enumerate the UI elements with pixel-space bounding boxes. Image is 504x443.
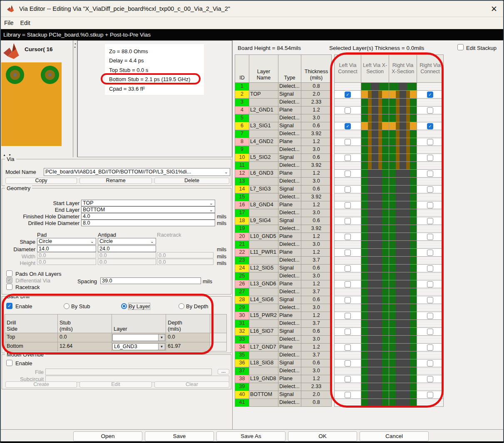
stackup-row[interactable]: 20L10_GND5Plane1.2 (235, 233, 444, 241)
back-drill-enable-checkbox[interactable] (6, 303, 12, 309)
stackup-row[interactable]: 7Dielect...3.92 (235, 130, 444, 138)
right-connect-checkbox[interactable] (427, 186, 433, 193)
pad-diameter-field[interactable]: 14.0 (37, 245, 96, 252)
stackup-row[interactable]: 16L8_GND4Plane1.2 (235, 201, 444, 209)
pane-splitter[interactable]: ◂▸ (73, 40, 77, 157)
antipad-diameter-field[interactable]: 24.0 (98, 245, 156, 252)
combo-arrow-icon[interactable]: ▼ (158, 344, 165, 350)
stackup-row[interactable]: 3Dielect...2.33 (235, 99, 444, 106)
right-connect-checkbox[interactable] (427, 329, 433, 335)
racetrack-height-field[interactable]: 0.0 (157, 259, 214, 265)
left-connect-checkbox[interactable] (345, 265, 351, 272)
stackup-row[interactable]: 23Dielect...3.7 (235, 257, 444, 265)
finished-hole-field[interactable]: 4.0 (81, 213, 215, 220)
stackup-row[interactable]: 29Dielect...3.0 (235, 304, 444, 312)
bd-depth-cell[interactable]: 0.0 (166, 333, 210, 342)
stackup-row[interactable]: 18L9_SIG4Signal0.6 (235, 217, 444, 225)
menu-file[interactable]: File (4, 20, 14, 26)
stackup-row[interactable]: 5Dielect...3.0 (235, 114, 444, 122)
right-connect-checkbox[interactable] (427, 218, 433, 224)
left-connect-checkbox[interactable] (345, 329, 351, 335)
left-connect-checkbox[interactable] (345, 281, 351, 287)
stackup-row[interactable]: 27Dielect...3.7 (235, 288, 444, 296)
left-connect-checkbox[interactable] (345, 313, 351, 319)
bd-stub-cell[interactable]: 0.0 (58, 333, 112, 342)
left-connect-checkbox[interactable] (345, 360, 351, 366)
radio-by-stub[interactable] (64, 303, 70, 309)
left-connect-checkbox[interactable] (345, 234, 351, 240)
stackup-row[interactable]: 24L12_SIG5Signal0.6 (235, 265, 444, 272)
stackup-row[interactable]: 37Dielect...3.0 (235, 367, 444, 375)
right-connect-checkbox[interactable] (427, 139, 433, 145)
stackup-row[interactable]: 40BOTTOMSignal2.0 (235, 391, 444, 399)
menu-edit[interactable]: Edit (20, 20, 30, 26)
stackup-row[interactable]: 12L6_GND3Plane1.2 (235, 170, 444, 178)
left-connect-checkbox[interactable] (345, 392, 351, 398)
radio-by-layer[interactable] (121, 303, 127, 309)
stackup-row[interactable]: 25Dielect...3.0 (235, 272, 444, 280)
stackup-row[interactable]: 41Dielect...0.8 (235, 399, 444, 407)
file-field[interactable] (45, 369, 212, 375)
right-connect-checkbox[interactable] (427, 392, 433, 398)
right-connect-checkbox[interactable] (427, 92, 433, 98)
start-layer-combo[interactable]: TOP ⌄ (81, 200, 215, 206)
right-connect-checkbox[interactable] (427, 123, 433, 129)
stackup-row[interactable]: 32L16_SIG7Signal0.6 (235, 328, 444, 336)
open-button[interactable]: Open (73, 431, 142, 441)
stackup-row[interactable]: 2TOPSignal2.0 (235, 91, 444, 99)
right-connect-checkbox[interactable] (427, 313, 433, 319)
model-override-enable-checkbox[interactable] (6, 360, 12, 366)
stackup-row[interactable]: 33Dielect...3.0 (235, 336, 444, 344)
left-connect-checkbox[interactable] (345, 202, 351, 208)
right-connect-checkbox[interactable] (427, 360, 433, 366)
stackup-row[interactable]: 30L15_PWR2Plane1.2 (235, 312, 444, 320)
left-connect-checkbox[interactable] (345, 376, 351, 382)
rename-button[interactable]: Rename (79, 178, 152, 184)
stackup-row[interactable]: 13Dielect...3.0 (235, 178, 444, 186)
bd-depth-cell[interactable]: 61.97 (166, 342, 210, 351)
racetrack-checkbox[interactable] (6, 284, 12, 290)
stackup-row[interactable]: 9Dielect...3.0 (235, 146, 444, 154)
left-connect-checkbox[interactable] (345, 344, 351, 351)
left-connect-checkbox[interactable] (345, 155, 351, 161)
spacing-field[interactable]: 39.0 (100, 277, 201, 284)
right-connect-checkbox[interactable] (427, 202, 433, 208)
stackup-row[interactable]: 28L14_SIG6Signal0.6 (235, 296, 444, 304)
right-connect-checkbox[interactable] (427, 107, 433, 114)
antipad-height-field[interactable]: 0.0 (98, 259, 156, 265)
bd-side-cell[interactable]: Top (5, 333, 58, 342)
stackup-row[interactable]: 14L7_SIG3Signal0.6 (235, 186, 444, 193)
left-connect-checkbox[interactable] (345, 186, 351, 193)
model-override-create-button[interactable]: Create (5, 381, 77, 388)
racetrack-width-field[interactable]: 0.0 (157, 252, 214, 258)
right-connect-checkbox[interactable] (427, 234, 433, 240)
stackup-row[interactable]: 35Dielect...3.7 (235, 351, 444, 359)
bd-layer-combo[interactable]: ▼ (112, 334, 165, 341)
ok-button[interactable]: OK (288, 431, 357, 441)
bd-stub-cell[interactable]: 12.64 (58, 342, 112, 351)
left-connect-checkbox[interactable] (345, 171, 351, 177)
bd-layer-combo[interactable]: L6_GND3▼ (112, 343, 165, 350)
pad-shape-combo[interactable]: Circle ⌄ (37, 238, 96, 245)
left-connect-checkbox[interactable] (345, 107, 351, 114)
pad-height-field[interactable]: 0.0 (37, 259, 96, 265)
bd-side-cell[interactable]: Bottom (5, 342, 58, 351)
delete-button[interactable]: Delete (154, 178, 229, 184)
stackup-row[interactable]: 22L11_PWR1Plane1.2 (235, 249, 444, 257)
model-override-edit-button[interactable]: Edit (79, 381, 152, 388)
right-connect-checkbox[interactable] (427, 155, 433, 161)
copy-button[interactable]: Copy (5, 178, 77, 184)
combo-arrow-icon[interactable]: ▼ (158, 334, 165, 341)
drilled-hole-field[interactable]: 8.0 (81, 220, 215, 226)
stackup-row[interactable]: 15Dielect...3.92 (235, 193, 444, 201)
antipad-width-field[interactable]: 0.0 (98, 252, 156, 258)
end-layer-combo[interactable]: BOTTOM ⌄ (81, 206, 215, 213)
right-connect-checkbox[interactable] (427, 250, 433, 256)
stackup-row[interactable]: 39Dielect...2.33 (235, 383, 444, 391)
stackup-row[interactable]: 17Dielect...3.0 (235, 209, 444, 217)
right-connect-checkbox[interactable] (427, 281, 433, 287)
model-override-clear-button[interactable]: Clear (154, 381, 229, 388)
right-connect-checkbox[interactable] (427, 344, 433, 351)
stackup-row[interactable]: 26L13_GND6Plane1.2 (235, 280, 444, 288)
stackup-row[interactable]: 8L4_GND2Plane1.2 (235, 138, 444, 146)
